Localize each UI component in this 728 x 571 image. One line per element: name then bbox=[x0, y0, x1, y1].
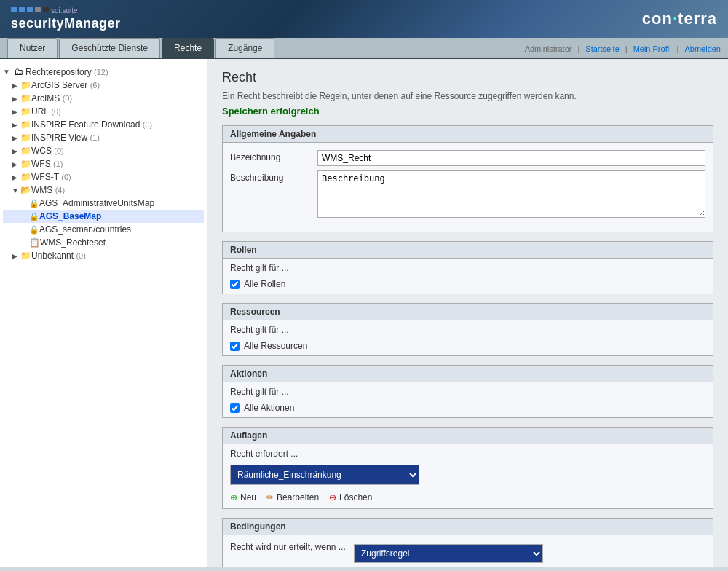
tree-item-arcims[interactable]: ▶ 📁 ArcIMS (0) bbox=[3, 92, 204, 105]
lock-icon-ags-admin: 🔒 bbox=[29, 199, 39, 208]
tab-rechte[interactable]: Rechte bbox=[162, 38, 214, 58]
section-ressourcen: Ressourcen Recht gilt für ... Alle Resso… bbox=[222, 303, 713, 356]
toggle-wfst[interactable]: ▶ bbox=[12, 173, 20, 181]
label-unbekannt: Unbekannt bbox=[31, 251, 74, 261]
dot-2 bbox=[19, 7, 25, 12]
toggle-wfs[interactable]: ▶ bbox=[12, 160, 20, 168]
dot-4 bbox=[35, 7, 41, 12]
auflagen-loeschen-button[interactable]: ⊖ Löschen bbox=[329, 492, 372, 503]
label-wfs: WFS bbox=[31, 159, 51, 169]
tree-item-ags-secman[interactable]: 🔒 AGS_secman/countries bbox=[3, 223, 204, 236]
alle-aktionen-checkbox[interactable] bbox=[230, 403, 240, 413]
tree-item-unbekannt[interactable]: ▶ 📁 Unbekannt (0) bbox=[3, 249, 204, 262]
tab-nutzer[interactable]: Nutzer bbox=[7, 38, 58, 58]
toggle-arcims[interactable]: ▶ bbox=[12, 95, 20, 103]
folder-icon-wfs: 📁 bbox=[20, 159, 31, 169]
tree-item-wfs[interactable]: ▶ 📁 WFS (1) bbox=[3, 157, 204, 170]
bedingungen-list[interactable]: Zugriffsregel bbox=[354, 544, 543, 563]
alle-rollen-checkbox[interactable] bbox=[230, 280, 240, 289]
tab-geschuetzte-dienste[interactable]: Geschützte Dienste bbox=[59, 38, 160, 58]
section-bedingungen: Bedingungen Recht wird nur erteilt, wenn… bbox=[222, 518, 713, 567]
label-inspire-fd: INSPIRE Feature Download bbox=[31, 119, 140, 130]
auflagen-erfordert: Recht erfordert ... bbox=[223, 444, 713, 460]
tree-root[interactable]: ▼ 🗂 Rechterepository (12) bbox=[3, 65, 204, 79]
toggle-unbekannt[interactable]: ▶ bbox=[12, 252, 20, 260]
bezeichnung-label: Bezeichnung bbox=[230, 150, 317, 162]
mein-profil-link[interactable]: Mein Profil bbox=[633, 44, 671, 53]
section-ressourcen-title: Ressourcen bbox=[223, 304, 713, 320]
root-icon: 🗂 bbox=[14, 66, 23, 77]
tree-item-ags-basemap[interactable]: 🔒 AGS_BaseMap bbox=[3, 210, 204, 223]
count-inspire-fd: (0) bbox=[143, 120, 152, 129]
toggle-wms-rechteset bbox=[20, 239, 29, 247]
label-arcgis: ArcGIS Server bbox=[31, 80, 87, 90]
nav-user-area: Administrator | Startseite | Mein Profil… bbox=[525, 44, 721, 58]
nav-bar: Nutzer Geschützte Dienste Rechte Zugänge… bbox=[0, 38, 728, 59]
section-rollen: Rollen Recht gilt für ... Alle Rollen bbox=[222, 241, 713, 294]
section-rollen-title: Rollen bbox=[223, 242, 713, 259]
section-allgemeine: Allgemeine Angaben Bezeichnung Beschreib… bbox=[222, 125, 713, 232]
rollen-gilt-fuer: Recht gilt für ... bbox=[223, 259, 713, 275]
count-unbekannt: (0) bbox=[76, 251, 85, 260]
content-area: Recht Ein Recht beschreibt die Regeln, u… bbox=[207, 59, 728, 567]
tree-item-inspire-view[interactable]: ▶ 📁 INSPIRE View (1) bbox=[3, 131, 204, 144]
tree-toggle-root[interactable]: ▼ bbox=[3, 68, 12, 76]
auflagen-bearbeiten-button[interactable]: ✏ Bearbeiten bbox=[266, 492, 319, 503]
section-auflagen-title: Auflagen bbox=[223, 428, 713, 444]
tab-zugaenge[interactable]: Zugänge bbox=[215, 38, 274, 58]
section-bedingungen-title: Bedingungen bbox=[223, 519, 713, 535]
tree-root-label: Rechterepository bbox=[25, 67, 92, 77]
alle-rollen-label: Alle Rollen bbox=[244, 279, 285, 289]
tree-item-url[interactable]: ▶ 📁 URL (0) bbox=[3, 105, 204, 118]
current-user: Administrator bbox=[525, 44, 572, 53]
beschreibung-textarea[interactable]: Beschreibung bbox=[317, 170, 705, 218]
count-wfs: (1) bbox=[53, 160, 63, 168]
count-wcs: (0) bbox=[54, 146, 63, 155]
count-wms: (4) bbox=[55, 186, 65, 194]
folder-icon-wms: 📂 bbox=[20, 185, 31, 195]
auflagen-neu-button[interactable]: ⊕ Neu bbox=[230, 492, 256, 503]
auflagen-list[interactable]: Räumliche_Einschränkung bbox=[230, 465, 419, 485]
beschreibung-field: Beschreibung bbox=[317, 170, 705, 220]
toggle-arcgis[interactable]: ▶ bbox=[12, 82, 20, 90]
folder-icon-unbekannt: 📁 bbox=[20, 251, 31, 261]
sidebar: ▼ 🗂 Rechterepository (12) ▶ 📁 ArcGIS Ser… bbox=[0, 59, 207, 567]
tree-item-wms[interactable]: ▼ 📂 WMS (4) bbox=[3, 184, 204, 197]
tree-item-wfst[interactable]: ▶ 📁 WFS-T (0) bbox=[3, 170, 204, 184]
bezeichnung-input[interactable] bbox=[317, 150, 705, 166]
tree-item-ags-admin[interactable]: 🔒 AGS_AdministrativeUnitsMap bbox=[3, 197, 204, 210]
bezeichnung-field bbox=[317, 150, 705, 166]
page-title: Recht bbox=[222, 70, 713, 85]
folder-icon-wcs: 📁 bbox=[20, 146, 31, 156]
header-branding: sdi.suite securityManager bbox=[11, 7, 121, 31]
count-arcgis: (6) bbox=[90, 81, 100, 90]
dot-5 bbox=[43, 7, 49, 12]
abmelden-link[interactable]: Abmelden bbox=[684, 44, 721, 53]
section-auflagen: Auflagen Recht erfordert ... Räumliche_E… bbox=[222, 427, 713, 509]
tree-item-arcgis-server[interactable]: ▶ 📁 ArcGIS Server (6) bbox=[3, 79, 204, 92]
tree-item-wms-rechteset[interactable]: 📋 WMS_Rechteset bbox=[3, 236, 204, 249]
ressourcen-checkbox-row: Alle Ressourcen bbox=[223, 336, 713, 355]
toggle-wms[interactable]: ▼ bbox=[12, 186, 20, 194]
bearbeiten-label: Bearbeiten bbox=[277, 492, 319, 503]
folder-icon-wfst: 📁 bbox=[20, 172, 31, 182]
bedingungen-erfordert: Recht wird nur erteilt, wenn ... bbox=[230, 540, 347, 552]
tree-item-wcs[interactable]: ▶ 📁 WCS (0) bbox=[3, 144, 204, 157]
loeschen-label: Löschen bbox=[339, 492, 372, 503]
toggle-wcs[interactable]: ▶ bbox=[12, 147, 20, 155]
alle-ressourcen-checkbox[interactable] bbox=[230, 342, 240, 351]
toggle-ags-basemap bbox=[20, 213, 29, 221]
count-url: (0) bbox=[51, 107, 60, 116]
bedingungen-row: Recht wird nur erteilt, wenn ... Zugriff… bbox=[223, 535, 713, 567]
folder-icon: 📁 bbox=[20, 80, 31, 90]
toggle-url[interactable]: ▶ bbox=[12, 108, 20, 116]
toggle-inspire-view[interactable]: ▶ bbox=[12, 134, 20, 142]
tree-item-inspire-fd[interactable]: ▶ 📁 INSPIRE Feature Download (0) bbox=[3, 118, 204, 131]
bedingungen-list-wrapper: Zugriffsregel bbox=[347, 540, 550, 567]
startseite-link[interactable]: Startseite bbox=[585, 44, 619, 53]
aktionen-gilt-fuer: Recht gilt für ... bbox=[223, 382, 713, 398]
dot-1 bbox=[11, 7, 17, 12]
toggle-inspire-fd[interactable]: ▶ bbox=[12, 121, 20, 129]
toggle-ags-admin bbox=[20, 200, 29, 208]
auflagen-actions: ⊕ Neu ✏ Bearbeiten ⊖ Löschen bbox=[223, 489, 713, 508]
